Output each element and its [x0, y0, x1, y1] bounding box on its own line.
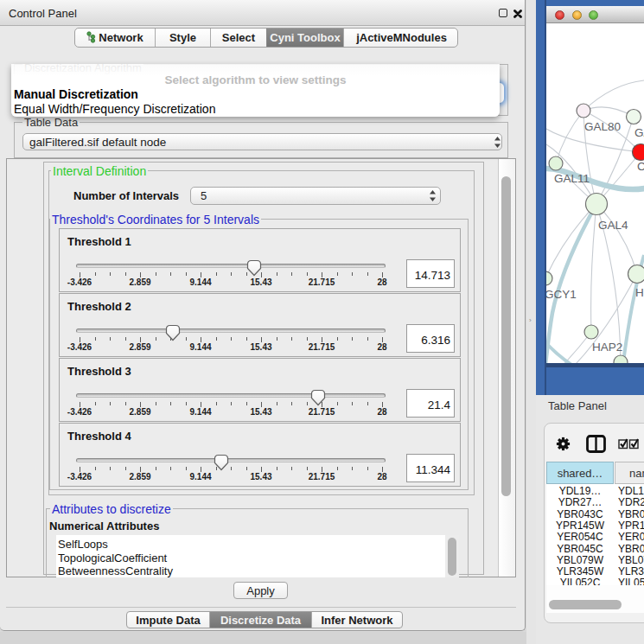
svg-text:GAL80: GAL80 [584, 120, 621, 133]
svg-text:GAL4: GAL4 [598, 219, 628, 232]
svg-text:GAL11: GAL11 [554, 172, 590, 185]
svg-text:GA: GA [634, 126, 644, 139]
svg-text:HAP2: HAP2 [592, 341, 622, 354]
svg-text:GCY1: GCY1 [546, 288, 577, 301]
svg-text:H: H [635, 286, 644, 299]
svg-text:C: C [637, 160, 644, 173]
